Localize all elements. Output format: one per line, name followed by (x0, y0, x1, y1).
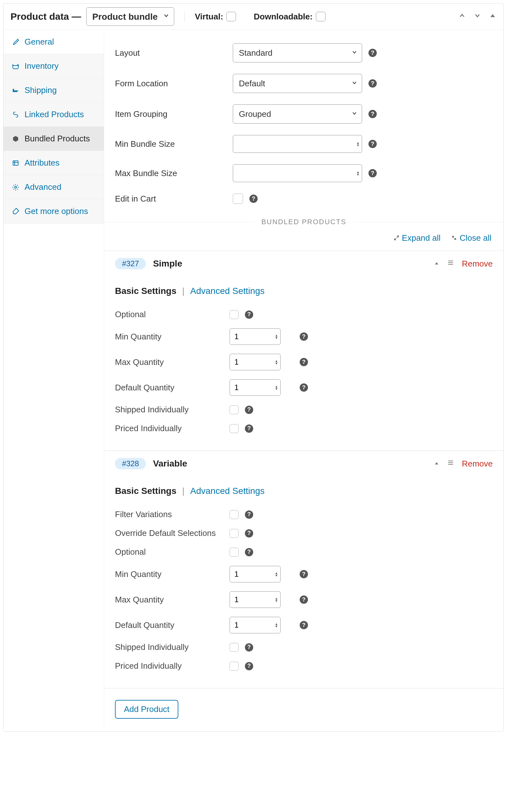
move-up-icon[interactable] (458, 12, 466, 21)
virtual-checkbox[interactable] (226, 12, 236, 21)
min-quantity-input[interactable] (230, 328, 281, 345)
item-grouping-label: Item Grouping (115, 109, 233, 119)
help-icon[interactable]: ? (245, 424, 253, 433)
help-icon[interactable]: ? (249, 194, 258, 203)
move-down-icon[interactable] (473, 12, 481, 21)
field-label: Optional (115, 309, 230, 320)
close-all-link[interactable]: Close all (451, 233, 491, 243)
help-icon[interactable]: ? (369, 79, 377, 88)
bundled-products-divider: BUNDLED PRODUCTS (104, 218, 504, 226)
help-icon[interactable]: ? (300, 570, 308, 578)
field-label: Default Quantity (115, 620, 230, 630)
spinner-icon[interactable]: ▴▾ (276, 572, 277, 577)
advanced-settings-tab[interactable]: Advanced Settings (190, 286, 265, 296)
toggle-panel-icon[interactable] (489, 12, 497, 21)
product-type-select[interactable]: Product bundle (86, 7, 174, 26)
max-quantity-input[interactable] (230, 354, 281, 370)
spinner-icon[interactable]: ▴▾ (276, 385, 277, 390)
tab-advanced[interactable]: Advanced (3, 175, 104, 199)
filter-variations-checkbox[interactable] (230, 510, 238, 519)
priced-individually-checkbox[interactable] (230, 662, 238, 671)
form-location-select[interactable]: Default (233, 74, 362, 93)
spinner-icon[interactable]: ▴▾ (276, 334, 277, 339)
field-label: Filter Variations (115, 510, 230, 519)
drag-handle-icon[interactable] (447, 459, 454, 468)
item-grouping-select[interactable]: Grouped (233, 105, 362, 124)
bundled-product-item: #328VariableRemoveBasic Settings|Advance… (104, 451, 504, 688)
help-icon[interactable]: ? (369, 49, 377, 57)
bundled-product-item: #327SimpleRemoveBasic Settings|Advanced … (104, 250, 504, 451)
bundled-product-header[interactable]: #328VariableRemove (104, 451, 504, 476)
remove-link[interactable]: Remove (462, 459, 493, 469)
basic-settings-tab[interactable]: Basic Settings (115, 486, 176, 496)
remove-link[interactable]: Remove (462, 259, 493, 269)
layout-select[interactable]: Standard (233, 43, 362, 62)
help-icon[interactable]: ? (245, 511, 253, 519)
max-bundle-size-input[interactable] (233, 164, 362, 182)
help-icon[interactable]: ? (300, 621, 308, 629)
tab-shipping[interactable]: Shipping (3, 78, 104, 103)
min-bundle-size-input[interactable] (233, 135, 362, 153)
tab-separator: | (182, 286, 184, 296)
help-icon[interactable]: ? (300, 595, 308, 604)
tab-label: Get more options (24, 206, 88, 216)
spinner-icon[interactable]: ▴▾ (276, 597, 277, 602)
help-icon[interactable]: ? (245, 529, 253, 537)
field-label: Priced Individually (115, 661, 230, 671)
default-quantity-input[interactable] (230, 617, 281, 633)
gear-icon (12, 183, 20, 191)
tab-get-more-options[interactable]: Get more options (3, 199, 104, 224)
override-default-selections-checkbox[interactable] (230, 529, 238, 538)
add-product-button[interactable]: Add Product (115, 700, 178, 719)
help-icon[interactable]: ? (369, 169, 377, 177)
help-icon[interactable]: ? (300, 333, 308, 341)
optional-checkbox[interactable] (230, 310, 238, 319)
collapse-item-icon[interactable] (434, 259, 440, 268)
optional-checkbox[interactable] (230, 548, 238, 557)
help-icon[interactable]: ? (300, 358, 308, 366)
help-icon[interactable]: ? (369, 140, 377, 148)
tab-bundled-products[interactable]: Bundled Products (3, 127, 104, 151)
drag-handle-icon[interactable] (447, 259, 454, 268)
downloadable-checkbox[interactable] (316, 12, 326, 21)
help-icon[interactable]: ? (245, 310, 253, 319)
field-label: Min Quantity (115, 569, 230, 579)
shipped-individually-checkbox[interactable] (230, 405, 238, 414)
field-label: Min Quantity (115, 332, 230, 342)
priced-individually-checkbox[interactable] (230, 424, 238, 433)
product-id-badge: #328 (115, 458, 146, 469)
tab-attributes[interactable]: Attributes (3, 151, 104, 175)
svg-rect-0 (13, 161, 18, 165)
help-icon[interactable]: ? (245, 548, 253, 556)
advanced-settings-tab[interactable]: Advanced Settings (190, 486, 265, 496)
product-data-header: Product data — Product bundle Virtual: D… (3, 3, 504, 30)
tab-inventory[interactable]: Inventory (3, 54, 104, 78)
help-icon[interactable]: ? (300, 384, 308, 392)
basic-settings-tab[interactable]: Basic Settings (115, 286, 176, 296)
help-icon[interactable]: ? (245, 662, 253, 670)
edit-in-cart-checkbox[interactable] (233, 193, 243, 204)
help-icon[interactable]: ? (369, 110, 377, 118)
spinner-icon[interactable]: ▴▾ (276, 359, 277, 365)
cube-icon (12, 135, 20, 143)
tab-label: Shipping (24, 85, 57, 95)
spinner-icon[interactable]: ▴▾ (357, 141, 359, 147)
min-quantity-input[interactable] (230, 566, 281, 582)
help-icon[interactable]: ? (245, 643, 253, 651)
max-quantity-input[interactable] (230, 591, 281, 608)
help-icon[interactable]: ? (245, 406, 253, 414)
tab-linked-products[interactable]: Linked Products (3, 103, 104, 127)
wrench-icon (12, 208, 20, 215)
field-label: Shipped Individually (115, 405, 230, 415)
expand-all-link[interactable]: Expand all (394, 233, 441, 243)
product-id-badge: #327 (115, 258, 146, 270)
bundled-product-header[interactable]: #327SimpleRemove (104, 251, 504, 276)
shipped-individually-checkbox[interactable] (230, 643, 238, 652)
field-label: Optional (115, 547, 230, 557)
default-quantity-input[interactable] (230, 379, 281, 396)
spinner-icon[interactable]: ▴▾ (357, 171, 359, 176)
spinner-icon[interactable]: ▴▾ (276, 623, 277, 628)
downloadable-label: Downloadable: (254, 12, 313, 22)
tab-general[interactable]: General (3, 30, 104, 54)
collapse-item-icon[interactable] (434, 459, 440, 468)
